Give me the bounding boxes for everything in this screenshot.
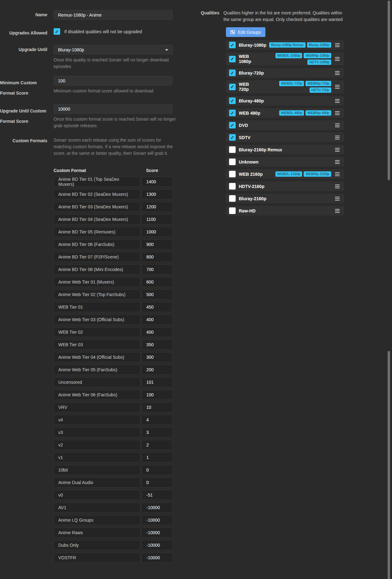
custom-format-row: Anime Web Tier 03 (Official Subs)400 (54, 315, 173, 325)
custom-format-name: v2 (54, 440, 140, 450)
custom-formats-label: Custom Formats (0, 138, 47, 143)
custom-format-score-input[interactable]: 0 (141, 465, 173, 475)
custom-format-name: v3 (54, 427, 140, 437)
custom-format-score-input[interactable]: -10000 (141, 528, 173, 538)
custom-format-score-input[interactable]: 1200 (141, 202, 173, 212)
custom-format-name: Anime Web Tier 01 (Muxers) (54, 277, 140, 287)
custom-format-score-input[interactable]: 101 (141, 377, 173, 387)
custom-format-score-input[interactable]: -10000 (141, 553, 173, 563)
quality-checkbox[interactable]: ✓ (229, 84, 236, 90)
custom-format-name: Anime BD Tier 07 (P2P/Scene) (54, 252, 140, 262)
upgrades-allowed-checkbox[interactable]: ✓ (54, 28, 60, 35)
drag-handle-icon[interactable] (335, 148, 340, 152)
custom-format-row: Uncensored101 (54, 377, 173, 387)
drag-handle-icon[interactable] (335, 111, 340, 115)
custom-format-score-input[interactable]: 3 (141, 427, 173, 437)
name-label: Name (0, 10, 47, 20)
custom-format-score-input[interactable]: -10000 (141, 540, 173, 550)
inner-scrollbar-thumb[interactable] (388, 351, 390, 579)
quality-checkbox[interactable]: ✓ (229, 97, 236, 104)
quality-checkbox[interactable]: ✓ (229, 56, 236, 62)
custom-format-name: Anime Web Tier 05 (FanSubs) (54, 365, 140, 375)
upgrade-until-cfs-input[interactable] (54, 104, 173, 114)
min-cfs-input[interactable] (54, 76, 173, 86)
custom-format-score-input[interactable]: -51 (141, 490, 173, 500)
quality-checkbox[interactable]: ✓ (229, 42, 236, 48)
custom-format-name: WEB Tier 01 (54, 302, 140, 312)
custom-format-score-input[interactable]: 1400 (141, 177, 173, 187)
custom-format-score-input[interactable]: 700 (141, 264, 173, 274)
custom-format-score-input[interactable]: 4 (141, 415, 173, 425)
drag-handle-icon[interactable] (335, 71, 340, 75)
custom-format-name: Anime BD Tier 01 (Top SeaDex Muxers) (54, 177, 140, 187)
custom-format-row: WEB Tier 03350 (54, 340, 173, 350)
drag-handle-icon[interactable] (335, 43, 340, 47)
quality-checkbox[interactable]: ✓ (229, 70, 236, 76)
custom-format-score-input[interactable]: 900 (141, 239, 173, 249)
quality-checkbox[interactable]: ✓ (229, 122, 236, 128)
upgrade-until-select[interactable]: Bluray-1080p (54, 45, 173, 55)
custom-format-name: Anime Web Tier 06 (FanSubs) (54, 390, 140, 400)
quality-name: DVD (239, 123, 248, 128)
drag-handle-icon[interactable] (335, 123, 340, 127)
drag-handle-icon[interactable] (335, 185, 340, 188)
custom-format-score-input[interactable]: 300 (141, 352, 173, 362)
quality-checkbox[interactable] (229, 195, 236, 202)
custom-format-score-input[interactable]: 400 (141, 315, 173, 325)
drag-handle-icon[interactable] (335, 209, 340, 213)
drag-handle-icon[interactable] (335, 57, 340, 61)
custom-format-row: WEB Tier 01450 (54, 302, 173, 312)
quality-checkbox[interactable]: ✓ (229, 134, 236, 141)
custom-format-row: Anime BD Tier 03 (SeaDex Muxers)1200 (54, 202, 173, 212)
quality-checkbox[interactable] (229, 146, 236, 153)
custom-format-score-input[interactable]: -10000 (141, 515, 173, 525)
custom-format-score-input[interactable]: 800 (141, 252, 173, 262)
custom-format-row: v44 (54, 415, 173, 425)
name-input[interactable] (54, 10, 173, 20)
qualities-list: ✓Bluray-1080pBluray-1080p RemuxBluray-10… (226, 40, 344, 216)
quality-row: HDTV-2160p (226, 181, 344, 191)
custom-format-score-input[interactable]: 350 (141, 340, 173, 350)
check-icon: ✓ (55, 29, 59, 34)
drag-handle-icon[interactable] (335, 160, 340, 164)
quality-name: Bluray-1080p (239, 43, 266, 48)
custom-format-score-input[interactable]: 1 (141, 452, 173, 462)
quality-badge: HDTV-720p (310, 87, 331, 93)
custom-format-table: Custom Format Score Anime BD Tier 01 (To… (54, 168, 173, 563)
custom-format-score-input[interactable]: 1000 (141, 227, 173, 237)
qualities-description: Qualities higher in the list are more pr… (223, 10, 347, 23)
custom-format-row: Anime LQ Groups-10000 (54, 515, 173, 525)
custom-format-score-input[interactable]: -10000 (141, 503, 173, 513)
quality-badge: WEBRip-2160p (304, 171, 331, 177)
custom-format-score-input[interactable]: 600 (141, 277, 173, 287)
edit-groups-button-label: Edit Groups (238, 30, 261, 35)
quality-checkbox[interactable] (229, 183, 236, 190)
drag-handle-icon[interactable] (335, 99, 340, 103)
custom-format-score-input[interactable]: 400 (141, 327, 173, 337)
quality-checkbox[interactable]: ✓ (229, 110, 236, 116)
quality-badge: WEBRip-480p (306, 110, 331, 116)
custom-format-score-input[interactable]: 100 (141, 390, 173, 400)
custom-format-score-input[interactable]: 450 (141, 302, 173, 312)
custom-format-score-input[interactable]: 1300 (141, 189, 173, 199)
drag-handle-icon[interactable] (335, 136, 340, 139)
quality-badges: Bluray-1080p RemuxBluray-1080p (269, 42, 331, 48)
drag-handle-icon[interactable] (335, 85, 340, 89)
custom-format-score-input[interactable]: 1100 (141, 214, 173, 224)
quality-checkbox[interactable] (229, 159, 236, 165)
drag-handle-icon[interactable] (335, 197, 340, 201)
quality-badge: WEBDL-2160p (275, 171, 302, 177)
custom-format-score-input[interactable]: 500 (141, 290, 173, 300)
custom-format-score-input[interactable]: 0 (141, 477, 173, 488)
custom-format-score-input[interactable]: 10 (141, 402, 173, 412)
edit-groups-button[interactable]: Edit Groups (226, 27, 265, 37)
quality-checkbox[interactable] (229, 171, 236, 177)
custom-format-table-header: Custom Format Score (54, 168, 173, 173)
upgrade-until-value: Bluray-1080p (58, 47, 84, 52)
quality-checkbox[interactable] (229, 207, 236, 214)
drag-handle-icon[interactable] (335, 172, 340, 176)
custom-format-score-input[interactable]: 200 (141, 365, 173, 375)
custom-format-name: WEB Tier 03 (54, 340, 140, 350)
outer-scrollbar-thumb[interactable] (388, 1, 390, 180)
custom-format-score-input[interactable]: 2 (141, 440, 173, 450)
